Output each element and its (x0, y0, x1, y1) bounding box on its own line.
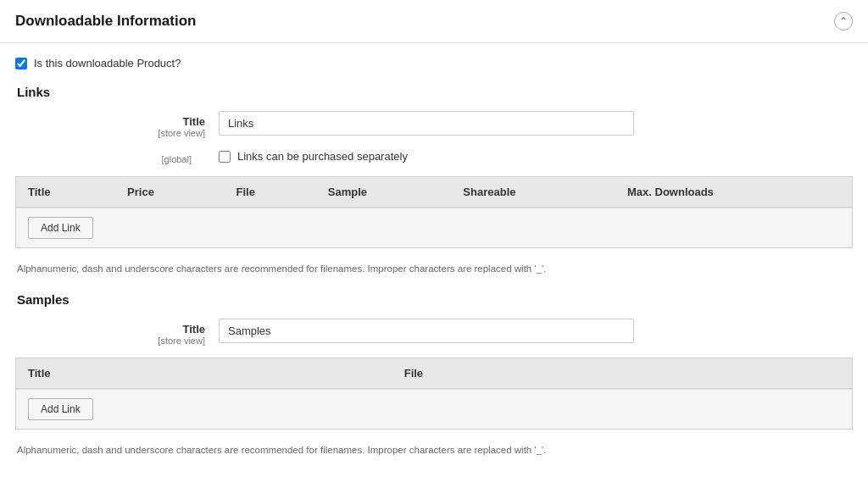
links-subsection: Links Title [store view] [global] (15, 85, 853, 287)
samples-hint-text: Alphanumeric, dash and underscore charac… (15, 438, 853, 469)
chevron-up-icon: ⌃ (839, 15, 848, 27)
links-col-max-downloads: Max. Downloads (615, 177, 852, 208)
links-col-file: File (225, 177, 316, 208)
links-purchased-field-wrapper: Links can be purchased separately (219, 150, 853, 163)
links-col-shareable: Shareable (451, 177, 615, 208)
samples-col-title: Title (16, 358, 392, 389)
samples-add-cell: Add Link (16, 389, 852, 430)
links-hint-text: Alphanumeric, dash and underscore charac… (15, 257, 853, 287)
samples-title-row: Title [store view] (15, 319, 853, 346)
links-add-link-button[interactable]: Add Link (28, 217, 93, 239)
samples-table-head: Title File (16, 358, 852, 389)
links-title-store-view: [store view] (15, 128, 205, 138)
links-title-input[interactable] (219, 111, 634, 136)
links-add-cell: Add Link (16, 208, 852, 248)
samples-subsection: Samples Title [store view] Title Fi (15, 292, 853, 469)
downloadable-information-panel: Downloadable Information ⌃ Is this downl… (0, 0, 868, 482)
samples-add-link-button[interactable]: Add Link (28, 398, 93, 420)
samples-title-label-group: Title [store view] (15, 319, 219, 346)
samples-title-label: Title (15, 323, 205, 336)
purchased-separately-checkbox[interactable] (219, 151, 231, 163)
samples-table: Title File Add Link (16, 358, 852, 429)
samples-add-link-area: Add Link (16, 389, 852, 429)
links-global-label: [global] (15, 154, 205, 164)
links-purchased-checkbox-row: Links can be purchased separately (219, 150, 853, 163)
collapse-button[interactable]: ⌃ (834, 12, 853, 30)
samples-title-field-wrapper (219, 319, 853, 343)
samples-table-wrapper: Title File Add Link (15, 358, 853, 430)
samples-hint-content: Alphanumeric, dash and underscore charac… (17, 445, 546, 455)
samples-add-row: Add Link (16, 389, 852, 430)
samples-table-header-row: Title File (16, 358, 852, 389)
links-title-field-wrapper (219, 111, 853, 136)
links-add-row: Add Link (16, 208, 852, 248)
purchased-separately-label: Links can be purchased separately (237, 150, 408, 163)
downloadable-product-label: Is this downloadable Product? (34, 57, 181, 69)
links-table-head: Title Price File Sample Shareable Max. D… (16, 177, 852, 208)
links-col-sample: Sample (316, 177, 452, 208)
links-add-link-area: Add Link (16, 208, 852, 247)
links-table: Title Price File Sample Shareable Max. D… (16, 177, 852, 247)
downloadable-product-checkbox[interactable] (15, 58, 27, 69)
links-section-title: Links (15, 85, 853, 99)
samples-title-store-view: [store view] (15, 336, 205, 346)
samples-table-body: Add Link (16, 389, 852, 430)
section-header: Downloadable Information ⌃ (0, 0, 868, 43)
section-title: Downloadable Information (15, 13, 196, 30)
downloadable-product-row: Is this downloadable Product? (15, 57, 853, 69)
links-table-wrapper: Title Price File Sample Shareable Max. D… (15, 176, 853, 248)
links-purchased-row: [global] Links can be purchased separate… (15, 150, 853, 164)
links-global-label-group: [global] (15, 150, 219, 164)
samples-section-title: Samples (15, 292, 853, 307)
links-title-label-group: Title [store view] (15, 111, 219, 138)
links-col-price: Price (115, 177, 224, 208)
samples-title-input[interactable] (219, 319, 634, 343)
links-title-label: Title (15, 115, 205, 128)
links-title-row: Title [store view] (15, 111, 853, 138)
samples-col-file: File (392, 358, 852, 389)
links-table-body: Add Link (16, 208, 852, 248)
section-body: Is this downloadable Product? Links Titl… (0, 43, 868, 482)
links-table-header-row: Title Price File Sample Shareable Max. D… (16, 177, 852, 208)
links-col-title: Title (16, 177, 115, 208)
links-hint-content: Alphanumeric, dash and underscore charac… (17, 263, 546, 274)
